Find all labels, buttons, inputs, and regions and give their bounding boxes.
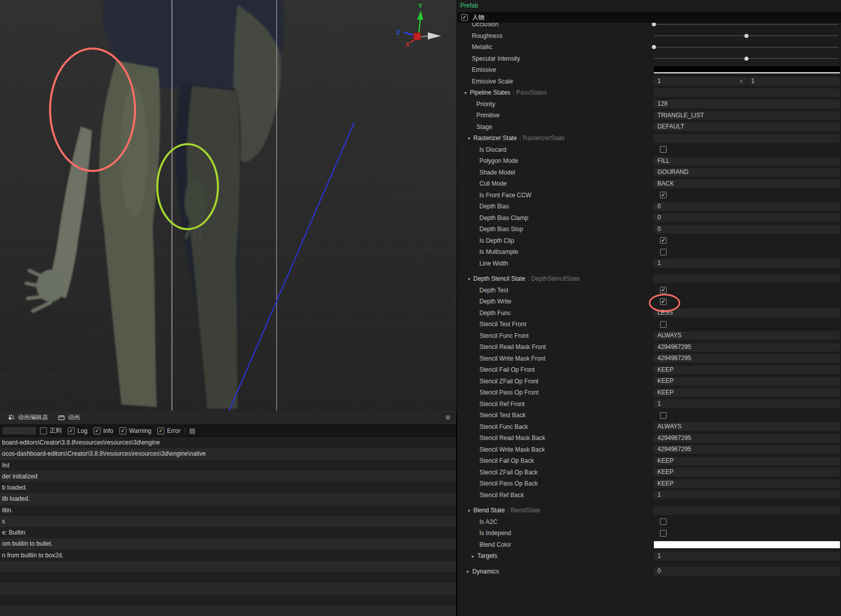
line-width-value-field[interactable]: 1	[654, 259, 840, 268]
collapse-caret-icon[interactable]: ▾	[468, 508, 470, 513]
stencil-fail-op-front-value-field[interactable]: KEEP	[654, 366, 840, 374]
gizmo-center-cube[interactable]	[414, 33, 421, 40]
blend-state-row[interactable]: ▾Blend State: BlendState	[457, 505, 841, 516]
log-row[interactable]: list	[0, 460, 456, 471]
stencil-zfail-op-back-value-field[interactable]: KEEP	[654, 468, 840, 476]
depth-test-checkbox[interactable]: ✓	[660, 287, 667, 293]
stencil-ref-back-value-field[interactable]: 1	[654, 491, 840, 499]
is-front-face-ccw-checkbox[interactable]: ✓	[660, 192, 667, 198]
polygon-mode-value-field[interactable]: FILL	[654, 157, 840, 165]
filter-checkbox[interactable]: ✓	[94, 427, 101, 434]
color-swatch[interactable]	[654, 541, 840, 548]
collapse-caret-icon[interactable]: ▾	[468, 276, 470, 282]
stencil-write-mask-front-value-field[interactable]: 4294967295	[654, 354, 840, 363]
color-swatch[interactable]	[654, 66, 840, 73]
console-search-input[interactable]	[3, 427, 36, 434]
stencil-test-back-checkbox[interactable]	[660, 412, 667, 419]
log-row[interactable]: e: Builtin	[0, 527, 456, 538]
panel-menu-icon[interactable]: ≡	[442, 413, 453, 422]
slider[interactable]	[654, 35, 838, 36]
pipeline-states-row[interactable]: ▾Pipeline States: PassStates	[457, 87, 841, 99]
log-row[interactable]	[0, 595, 456, 606]
shade-model-value-field[interactable]: GOURAND	[654, 168, 840, 177]
log-row[interactable]: om builtin to bullet.	[0, 538, 456, 549]
filter-log[interactable]: ✓Log	[68, 427, 87, 434]
pipeline-states-value-field[interactable]	[654, 89, 840, 97]
depth-stencil-state-row[interactable]: ▾Depth Stencil State: DepthStencilState	[457, 273, 841, 285]
filter-error[interactable]: ✓Error	[157, 427, 181, 434]
depth-bias-value-field[interactable]: 0	[654, 202, 840, 211]
slider-knob[interactable]	[744, 34, 748, 38]
depth-bias-slop-value-field[interactable]: 0	[654, 225, 840, 234]
depth-stencil-state-value-field[interactable]	[654, 275, 840, 283]
is-multisample-checkbox[interactable]	[660, 249, 667, 255]
log-row[interactable]: ocos-dashboard-editors\Creator\3.8.8\res…	[0, 448, 456, 459]
stencil-read-mask-front-value-field[interactable]: 4294967295	[654, 343, 840, 351]
stencil-func-back-value-field[interactable]: ALWAYS	[654, 422, 840, 431]
node-header[interactable]: ✓ 人物	[457, 11, 841, 23]
stencil-test-front-checkbox[interactable]	[660, 321, 667, 328]
stage-value-field[interactable]: DEFAULT	[654, 122, 840, 131]
slider-knob[interactable]	[744, 57, 748, 61]
filter-checkbox[interactable]	[40, 427, 47, 434]
filter-warning[interactable]: ✓Warning	[119, 427, 151, 434]
is-independ-checkbox[interactable]	[660, 530, 667, 537]
log-row[interactable]	[0, 561, 456, 572]
stencil-write-mask-back-value-field[interactable]: 4294967295	[654, 445, 840, 454]
expand-caret-icon[interactable]: ▸	[467, 568, 469, 574]
stencil-pass-op-back-value-field[interactable]: KEEP	[654, 479, 840, 488]
stencil-zfail-op-front-value-field[interactable]: KEEP	[654, 377, 840, 385]
cull-mode-value-field[interactable]: BACK	[654, 180, 840, 188]
stencil-ref-front-value-field[interactable]: 1	[654, 400, 840, 408]
slider-knob[interactable]	[652, 45, 656, 49]
filter-info[interactable]: ✓Info	[94, 427, 113, 434]
log-row[interactable]: s	[0, 516, 456, 527]
targets-value-field[interactable]: 1	[654, 552, 840, 560]
dynamics-value-field[interactable]: 0	[654, 567, 840, 576]
log-row[interactable]: n from builtin to box2d.	[0, 550, 456, 561]
depth-bias-clamp-value-field[interactable]: 0	[654, 213, 840, 222]
stencil-func-front-value-field[interactable]: ALWAYS	[654, 331, 840, 340]
slider[interactable]	[654, 47, 838, 48]
tab-animation-editor[interactable]: 动画编辑器	[3, 411, 53, 424]
slider[interactable]	[654, 58, 838, 59]
depth-func-value-field[interactable]: LESS	[654, 309, 840, 317]
depth-write-checkbox[interactable]: ✓	[660, 298, 667, 305]
collapse-caret-icon[interactable]: ▾	[468, 136, 470, 141]
node-active-checkbox[interactable]: ✓	[461, 14, 468, 21]
rasterizer-state-value-field[interactable]	[654, 134, 840, 143]
stencil-fail-op-back-value-field[interactable]: KEEP	[654, 457, 840, 465]
stencil-read-mask-back-value-field[interactable]: 4294967295	[654, 434, 840, 443]
filter-checkbox[interactable]: ✓	[157, 427, 164, 434]
targets-row[interactable]: ▸Targets1	[457, 550, 841, 562]
rasterizer-state-row[interactable]: ▾Rasterizer State: RasterizerState	[457, 133, 841, 144]
stencil-pass-op-front-value-field[interactable]: KEEP	[654, 388, 840, 397]
collapse-caret-icon[interactable]: ▾	[464, 90, 467, 96]
log-row[interactable]	[0, 572, 456, 583]
log-row[interactable]	[0, 583, 456, 594]
log-list[interactable]: board-editors\Creator\3.8.8\resources\re…	[0, 437, 456, 616]
dynamics-row[interactable]: ▸Dynamics0	[457, 566, 841, 578]
log-row[interactable]: lib loaded.	[0, 493, 456, 504]
log-row[interactable]	[0, 606, 456, 616]
filter-checkbox[interactable]: ✓	[68, 427, 75, 434]
slider[interactable]	[654, 24, 838, 25]
log-row[interactable]: der initialized	[0, 471, 456, 482]
log-row[interactable]: b loaded.	[0, 482, 456, 493]
scene-viewport[interactable]: Y X Z	[0, 0, 457, 411]
expand-caret-icon[interactable]: ▸	[472, 553, 474, 559]
log-row[interactable]: board-editors\Creator\3.8.8\resources\re…	[0, 437, 456, 448]
blend-state-value-field[interactable]	[654, 506, 840, 515]
slider-knob[interactable]	[652, 22, 656, 26]
primitive-value-field[interactable]: TRIANGLE_LIST	[654, 111, 840, 120]
tab-animation[interactable]: 动画	[53, 411, 85, 424]
log-row[interactable]: iltin.	[0, 505, 456, 516]
filter-row[interactable]: 正则	[40, 426, 62, 435]
is-a2c-checkbox[interactable]	[660, 518, 667, 525]
priority-value-field[interactable]: 128	[654, 100, 840, 108]
is-depth-clip-checkbox[interactable]: ✓	[660, 237, 667, 244]
filter-checkbox[interactable]: ✓	[119, 427, 126, 434]
clear-log-icon[interactable]: ▤	[189, 427, 195, 434]
vector-field-x[interactable]: 1x	[654, 77, 746, 85]
vector-field-y[interactable]: 1	[748, 77, 840, 85]
